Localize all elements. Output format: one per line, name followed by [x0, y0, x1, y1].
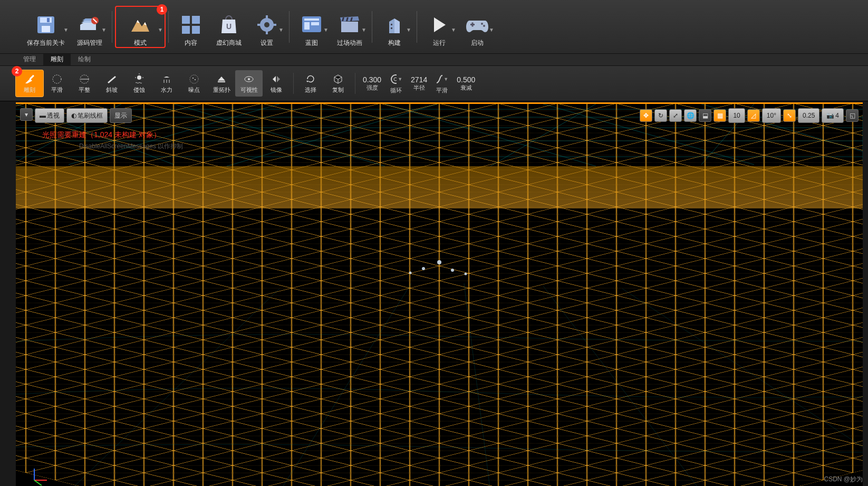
- play-label: 运行: [433, 39, 446, 47]
- flatten-icon: [79, 73, 90, 85]
- viewmode-button[interactable]: ◐笔刷线框: [66, 108, 108, 123]
- transform-move-button[interactable]: ✥: [640, 109, 652, 122]
- visibility-tool-button[interactable]: 可视性: [235, 70, 263, 97]
- separator: [417, 11, 417, 43]
- sphere-small-icon: ◐: [71, 112, 76, 119]
- separator: [289, 11, 290, 43]
- tab-paint[interactable]: 绘制: [71, 54, 98, 65]
- svg-point-12: [264, 22, 269, 27]
- tab-manage[interactable]: 管理: [16, 54, 43, 65]
- falloff-param[interactable]: 0.500 衰减: [457, 75, 475, 92]
- mode-tabs: 管理 雕刻 绘制: [0, 54, 868, 66]
- hydro-tool-button[interactable]: 水力: [153, 70, 180, 97]
- ramp-tool-button[interactable]: 斜坡: [98, 70, 126, 97]
- annotation-badge-1: 1: [157, 4, 167, 15]
- maximize-button[interactable]: ◱: [846, 109, 859, 122]
- svg-rect-19: [304, 22, 310, 30]
- svg-point-49: [394, 78, 397, 81]
- retopo-tool-button[interactable]: 重拓扑: [208, 70, 235, 97]
- modes-button[interactable]: 1 模式 ▼: [115, 6, 165, 47]
- noise-tool-button[interactable]: 噪点: [180, 70, 208, 97]
- cinematics-label: 过场动画: [337, 39, 362, 47]
- main-toolbar: 保存当前关卡 ▼ 源码管理 ▼ 1 模式 ▼ 内容 U 虚幻商城 设置 ▼ 蓝图…: [0, 0, 868, 54]
- svg-rect-31: [30, 74, 34, 79]
- settings-label: 设置: [261, 39, 273, 47]
- svg-point-35: [137, 75, 141, 80]
- copy-tool-button[interactable]: 复制: [324, 70, 352, 97]
- loop-param[interactable]: ▼ 循环: [390, 73, 402, 94]
- scale-snap-value[interactable]: 0.25: [798, 108, 819, 123]
- floppy-icon: [34, 13, 57, 36]
- bag-icon: U: [217, 13, 240, 36]
- grid-icon: [179, 13, 202, 36]
- radius-param[interactable]: 2714 半径: [411, 75, 427, 92]
- viewport-toolbar-right: ✥ ↻ ⤢ 🌐 ⬓ ▦ 10 ◿ 10° ⤡ 0.25 📷 4 ◱: [640, 108, 859, 123]
- separator: [168, 11, 169, 43]
- svg-rect-20: [311, 22, 319, 25]
- perspective-button[interactable]: ▬透视: [35, 108, 64, 123]
- play-button[interactable]: 运行 ▼: [420, 6, 458, 47]
- svg-point-32: [53, 75, 61, 83]
- svg-rect-8: [182, 26, 190, 34]
- select-tool-button[interactable]: 选择: [297, 70, 324, 97]
- cinematics-button[interactable]: 过场动画 ▼: [331, 6, 369, 47]
- noise-icon: [188, 73, 200, 85]
- svg-point-28: [483, 25, 485, 27]
- show-button[interactable]: 显示: [110, 108, 132, 123]
- blueprints-button[interactable]: 蓝图 ▼: [293, 6, 331, 47]
- maximize-icon: ◱: [850, 112, 855, 119]
- chevron-down-icon: ▼: [278, 27, 284, 33]
- svg-rect-18: [304, 18, 319, 21]
- smooth-tool-button[interactable]: 平滑: [43, 70, 71, 97]
- rotate-small-icon: ↻: [658, 112, 663, 119]
- falloff-shape-param[interactable]: ▼ 平滑: [436, 73, 448, 94]
- transform-scale-button[interactable]: ⤢: [669, 109, 682, 122]
- source-control-button[interactable]: 源码管理 ▼: [71, 6, 109, 47]
- build-button[interactable]: 构建 ▼: [375, 6, 413, 47]
- mirror-tool-button[interactable]: 镜像: [263, 70, 290, 97]
- svg-point-72: [409, 272, 412, 274]
- camera-speed-button[interactable]: 📷 4: [822, 108, 844, 123]
- scale-snap-toggle[interactable]: ⤡: [783, 109, 796, 122]
- terrain-wireframe: [16, 104, 863, 486]
- settings-button[interactable]: 设置 ▼: [248, 6, 286, 47]
- tab-sculpt[interactable]: 雕刻: [43, 54, 71, 65]
- svg-rect-15: [257, 24, 261, 26]
- svg-rect-14: [266, 31, 268, 34]
- svg-line-76: [34, 480, 42, 485]
- transform-rotate-button[interactable]: ↻: [654, 109, 667, 122]
- cube-small-icon: ▬: [40, 112, 46, 119]
- axis-gizmo: [29, 464, 50, 485]
- sculpt-tool-button[interactable]: 2 雕刻: [16, 70, 43, 97]
- launch-label: 启动: [471, 39, 484, 47]
- surface-snap-button[interactable]: ⬓: [699, 109, 711, 122]
- blueprint-icon: [300, 13, 323, 36]
- folder-stack-icon: [78, 13, 101, 36]
- viewport-options-button[interactable]: ▾: [20, 108, 33, 121]
- save-level-button[interactable]: 保存当前关卡 ▼: [21, 6, 71, 47]
- launch-button[interactable]: 启动 ▼: [458, 6, 496, 47]
- coordinate-button[interactable]: 🌐: [684, 109, 697, 122]
- angle-snap-value[interactable]: 10°: [762, 108, 781, 123]
- viewport[interactable]: ▾ ▬透视 ◐笔刷线框 显示 ✥ ↻ ⤢ 🌐 ⬓ ▦ 10 ◿ 10° ⤡ 0.…: [16, 104, 863, 486]
- building-icon: [383, 13, 406, 36]
- magnet-icon: ⬓: [702, 112, 708, 119]
- grid-snap-toggle[interactable]: ▦: [713, 109, 726, 122]
- flatten-tool-button[interactable]: 平整: [71, 70, 98, 97]
- angle-icon: ◿: [751, 112, 756, 119]
- viewport-container: ▾ ▬透视 ◐笔刷线框 显示 ✥ ↻ ⤢ 🌐 ⬓ ▦ 10 ◿ 10° ⤡ 0.…: [16, 102, 863, 486]
- erosion-tool-button[interactable]: 侵蚀: [126, 70, 153, 97]
- scale-icon: ⤢: [673, 112, 678, 119]
- chevron-down-icon: ▼: [489, 27, 494, 33]
- separator: [355, 73, 355, 94]
- angle-snap-toggle[interactable]: ◿: [747, 109, 760, 122]
- strength-param[interactable]: 0.300 强度: [363, 75, 381, 92]
- marketplace-button[interactable]: U 虚幻商城: [210, 6, 248, 47]
- svg-rect-45: [218, 81, 225, 82]
- chevron-down-icon: ▼: [451, 27, 456, 33]
- source-label: 源码管理: [77, 39, 102, 47]
- content-button[interactable]: 内容: [172, 6, 210, 47]
- svg-point-71: [451, 269, 454, 272]
- grid-snap-value[interactable]: 10: [728, 108, 745, 123]
- separator: [293, 73, 294, 94]
